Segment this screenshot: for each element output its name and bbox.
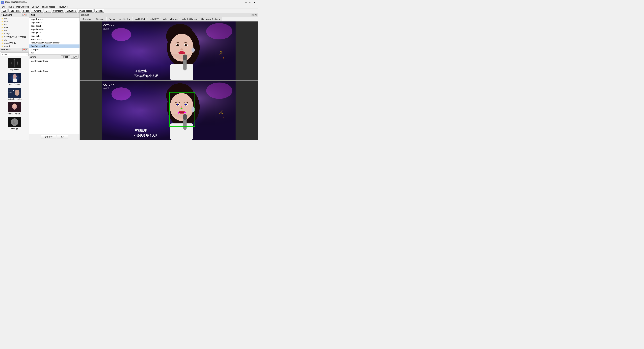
func-item-edge-canny[interactable]: edge-canny [29, 21, 80, 24]
chain-content: faceDetectionOnnx [29, 59, 80, 69]
file-item-matchsrc[interactable]: CCTV 4K MatchSrc.png [1, 72, 28, 86]
svg-text:超高清: 超高清 [8, 92, 12, 93]
file-tree-close-button[interactable]: ✕ [26, 14, 28, 16]
func-item-edge-kirsch[interactable]: edge-kirsch [29, 24, 80, 28]
svg-text:不必说给每个人听: 不必说给每个人听 [134, 74, 158, 78]
func-item-equalizehist[interactable]: equalizeHist [29, 38, 80, 41]
file-item-moon[interactable]: moon.jpg [1, 116, 28, 130]
tree-item-qsplat[interactable]: 📁 qsplat [0, 45, 29, 48]
tree-item-car[interactable]: 📁 car [0, 23, 29, 26]
tree-item-label: merge [4, 32, 10, 35]
chain-header: 处理链 Clear 执行 [29, 55, 80, 59]
func-item-flip[interactable]: flip [29, 51, 80, 55]
tab-clipboard[interactable]: Clipboard [93, 17, 106, 21]
toolbar-fullscreen[interactable]: FullScreen [8, 9, 21, 13]
maximize-button[interactable]: □ [248, 1, 252, 4]
func-item-edge-sobel[interactable]: edge-sobel [29, 34, 80, 38]
minimize-button[interactable]: — [244, 1, 248, 4]
sub-title-bar: 图像处理 🗗 ✕ [80, 13, 258, 17]
chain-output: faceDetectionOnnx [29, 69, 80, 121]
file-browse-header: FileBrowse 📌 ✕ [0, 48, 29, 52]
svg-point-2 [14, 59, 15, 60]
file-browse-controls: 📌 ✕ [22, 48, 28, 51]
filter-select[interactable]: Image Video All [1, 52, 28, 56]
clear-button[interactable]: Clear [61, 55, 70, 58]
file-browse-pin-button[interactable]: 📌 [22, 48, 25, 51]
sub-restore-button[interactable]: 🗗 [251, 14, 254, 16]
file-item-logo[interactable]: logo.webp [1, 57, 28, 71]
toolbar-thumbnail[interactable]: Thumbnail [31, 9, 44, 13]
tree-item-mesh[interactable]: 📁 mesh格式模型 一个精灵... [0, 35, 29, 39]
tree-item-label: mesh格式模型 一个精灵... [4, 36, 28, 38]
func-item-edge-roberts[interactable]: edge-Roberts [29, 18, 80, 21]
func-item-edge-prewitt[interactable]: edge-prewitt [29, 31, 80, 34]
svg-text:♪: ♪ [222, 115, 224, 119]
params-button[interactable]: 设置参数 [41, 135, 56, 139]
tab-calchisthsv[interactable]: calcHistHsv [117, 17, 132, 21]
tree-item-merge[interactable]: 📁 merge [0, 32, 29, 35]
func-item-facedetectiononnx[interactable]: faceDetectionOnnx [29, 45, 80, 48]
file-tree-pin-button[interactable]: 📌 [22, 14, 25, 16]
tree-item-opencvdata[interactable]: 📁 openCVData [0, 42, 29, 45]
save-button[interactable]: 保存 [57, 135, 68, 139]
execute-button[interactable]: 执行 [71, 55, 78, 59]
tab-calchistrgb[interactable]: calcHistRgb [132, 17, 148, 21]
tab-colorhsv[interactable]: colorHSV [148, 17, 161, 21]
menu-plugin[interactable]: Plugin [7, 5, 15, 9]
toolbar-folder[interactable]: Folder [22, 9, 30, 13]
toolbar-imageprocess[interactable]: ImageProcess [78, 9, 94, 13]
svg-text:有些故事: 有些故事 [135, 70, 147, 73]
menu-filebrowse[interactable]: FileBrowse [56, 5, 69, 9]
tab-colorhsvcurves[interactable]: colorHsvCurves [161, 17, 180, 21]
tab-cannydrawcontours[interactable]: CannydrawContours [199, 17, 222, 21]
svg-point-23 [112, 28, 131, 41]
tree-item-bdr[interactable]: 📁 bdr [0, 17, 29, 20]
tree-container[interactable]: 📁 bdr 📁 bim 📁 car 📁 dnn 📁 hdr [0, 17, 29, 48]
file-item-matchtemplate[interactable]: MatchTemplate... [1, 102, 28, 115]
title-bar: 🔬 插件化图像算法研究平台 — □ ✕ [0, 0, 258, 5]
func-list[interactable]: edge-Roberts edge-canny edge-kirsch edge… [29, 18, 80, 55]
menu-sys[interactable]: Sys [1, 5, 7, 9]
tree-item-hdr[interactable]: 📁 hdr [0, 29, 29, 32]
app-icon: 🔬 [1, 1, 4, 4]
func-item-facedetectioncascade[interactable]: faceDetectionCascadeClassifier [29, 41, 80, 45]
tab-selection[interactable]: Selection [80, 17, 93, 21]
svg-point-33 [185, 45, 186, 46]
tree-item-bim[interactable]: 📁 bim [0, 20, 29, 23]
func-panel: 功能 edge-Roberts edge-canny edge-kirsch e… [29, 13, 80, 140]
tree-item-label: qsplat [4, 45, 10, 47]
tree-item-obj[interactable]: 📁 obj [0, 39, 29, 42]
close-button[interactable]: ✕ [252, 1, 256, 4]
menu-dockwindows[interactable]: DockWindows [15, 5, 30, 9]
file-browse-close-button[interactable]: ✕ [26, 48, 28, 51]
toolbar-opencv[interactable]: Opencv [94, 9, 104, 13]
file-list: logo.webp [0, 57, 29, 140]
file-thumbnail-matchtemplate [8, 102, 21, 112]
menu-imageprocess[interactable]: ImageProcess [41, 5, 56, 9]
folder-icon: 📁 [1, 30, 4, 32]
svg-text:有些故事: 有些故事 [135, 129, 147, 132]
toolbar-changedir[interactable]: ChangeDir [52, 9, 64, 13]
sub-close-button[interactable]: ✕ [254, 14, 256, 16]
tree-item-label: dnn [4, 26, 8, 29]
tree-item-label: obj [4, 39, 7, 41]
folder-icon: 📁 [1, 18, 4, 20]
toolbar-leftbutton[interactable]: LeftButton [65, 9, 77, 13]
tab-colorrgbcurves[interactable]: colorRgbCurves [180, 17, 199, 21]
tree-item-label: bim [4, 20, 8, 23]
func-item-edge-laplacian[interactable]: edge-laplacian [29, 28, 80, 31]
tab-switch[interactable]: Switch [107, 17, 117, 21]
folder-icon: 📁 [1, 33, 4, 35]
file-item-matchsrc-mark[interactable]: CCTV 4K 超高清 MatchSrc-mark... [1, 87, 28, 101]
svg-point-18 [12, 121, 14, 122]
image-display: CCTV 4K 超高清 有些故事 不必说给每个人听 乐 ♪ [80, 22, 258, 140]
func-item-fitellipse[interactable]: fitEllipse [29, 48, 80, 51]
svg-point-64 [192, 107, 195, 112]
toolbar-m4s[interactable]: M4s [44, 9, 51, 13]
menu-opencv[interactable]: OpenCV [30, 5, 41, 9]
tree-item-dnn[interactable]: 📁 dnn [0, 26, 29, 29]
file-thumbnail-logo [8, 58, 21, 68]
file-browse-filter: Image Video All [0, 52, 29, 57]
svg-text:不必说给每个人听: 不必说给每个人听 [134, 134, 158, 137]
toolbar-quit[interactable]: Quit [1, 9, 8, 13]
